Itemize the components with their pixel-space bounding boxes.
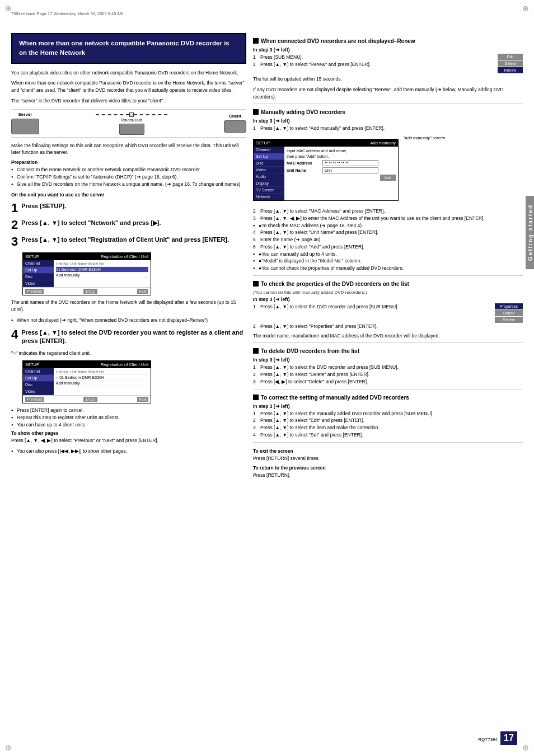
setup-title-1: SETUP [25, 254, 39, 259]
properties-content: Properties Delete Renew 1 Press [▲, ▼] t… [253, 303, 523, 323]
section-add-manually: Manually adding DVD recorders In step 3 … [253, 109, 523, 272]
unit-label: Unit Name [287, 168, 320, 172]
corr-step-4: 4 Press [▲, ▼] to select "Set" and press… [253, 431, 523, 439]
add-units-note: ●You can manually add up to 4 units. [253, 251, 523, 258]
renew-icon [253, 38, 259, 44]
sidebar-video: Video [23, 280, 54, 287]
correct-header: To correct the setting of manually added… [253, 394, 523, 401]
diagram-client: Client [224, 114, 246, 133]
step-2-block: 2 Press [▲, ▼] to select "Network" and p… [11, 219, 246, 231]
properties-icon [253, 281, 259, 287]
add-field-unit: Unit Name Unit [287, 167, 396, 173]
when-not-displayed-note: When not displayed (➜ right, "When conne… [11, 317, 246, 324]
renew-step-1-text: Press [SUB MENU]. [260, 54, 303, 61]
correct-in-step: In step 3 (➜ left) [253, 403, 523, 409]
add-mac-note: ●To check the MAC Address (➜ page 16, st… [253, 222, 523, 229]
file-info-bar: 7394en.book Page 17 Wednesday, March 30,… [11, 11, 523, 16]
router-label: Router/Hub [121, 118, 142, 123]
renew-btn: Renew [498, 67, 523, 73]
properties-in-step: In step 3 (➜ left) [253, 297, 523, 302]
dotted-line-1 [96, 114, 129, 115]
corner-mark-tl: ⊕ [3, 3, 14, 14]
show-pages-title: To show other pages [11, 430, 246, 436]
del-step-1: 1 Press [▲, ▼] to select the DVD recorde… [253, 364, 523, 371]
sidebar-channel: Channel [23, 260, 54, 267]
setup-screen-2: SETUP Registration of Client Unit Channe… [22, 360, 151, 403]
footer-prev-2: Previous [25, 397, 44, 402]
divider-4 [253, 389, 523, 389]
add-manually-title-bar: SETUP Add manually [254, 139, 398, 147]
footer-page-2: 1/1(1) [83, 397, 97, 402]
add-manually-in-step: In step 3 (➜ left) [253, 118, 523, 124]
section-renew: When connected DVD recorders are not dis… [253, 37, 523, 100]
setup-sidebar-2: Channel Set Up Disc Video [23, 368, 54, 395]
add-instruction-2: then press "Add" button. [287, 154, 396, 158]
add-step-6: 6 Press [▲, ▼] to select "Add" and press… [253, 243, 523, 251]
home-network-note: The unit names of the DVD recorders on t… [11, 299, 246, 313]
renew-title: When connected DVD recorders are not dis… [261, 37, 415, 45]
add-step-5: 5 Enter the name (➜ page 46). [253, 236, 523, 243]
preparation-title: Preparation [11, 159, 246, 165]
mac-value: ** ** ** ** ** ** [322, 160, 378, 166]
step-1-number: 1 [11, 202, 18, 214]
sidebar-2-video: Video [23, 388, 54, 395]
prop-step-2-text: Press [▲, ▼] to select "Properties" and … [260, 323, 377, 330]
circle-marker: ○ [56, 375, 58, 379]
delete-header: To delete DVD recorders from the list [253, 348, 523, 355]
corner-mark-br: ⊕ [520, 742, 531, 753]
show-pages-text: Press [▲, ▼, ◀, ▶] to select "Previous" … [11, 437, 246, 444]
add-instruction-1: Input MAC address and unit name, [287, 149, 396, 153]
make-settings-text: Make the following settings so this unit… [11, 142, 246, 157]
setup-title-bar-2: SETUP Registration of Client Unit [23, 361, 151, 368]
renew-note-1: The list will be updated within 15 secon… [253, 76, 523, 83]
step-4-text: Press [▲, ▼] to select the DVD recorder … [21, 328, 243, 344]
setup-right-title-2: Registration of Client Unit [101, 362, 148, 367]
footer-next-1: Next [137, 289, 148, 294]
corr-step-1: 1 Press [▲, ▼] to select the manually ad… [253, 410, 523, 417]
section-delete: To delete DVD recorders from the list In… [253, 348, 523, 385]
after-4-bullet-2: Repeat this step to register other units… [11, 414, 246, 421]
prop-properties-btn: Properties [495, 303, 523, 309]
setup-screen-1: SETUP Registration of Client Unit Channe… [22, 252, 151, 295]
add-s-disc: Disc [254, 160, 284, 167]
step-2-text: Press [▲, ▼] to select "Network" and pre… [21, 219, 161, 226]
renew-buttons: Edit Delete Renew [498, 54, 523, 73]
right-column: When connected DVD recorders are not dis… [253, 33, 523, 482]
diagram-middle: Router/Hub [39, 112, 224, 135]
prep-bullet-3: Give all the DVD recorders on the Home N… [11, 181, 246, 188]
return-title: To return to the previous screen [253, 465, 523, 471]
add-title: SETUP [256, 140, 270, 145]
add-step-3-text: Press [▲, ▼, ◀, ▶] to enter the MAC Addr… [260, 215, 485, 222]
setup-content-2: Unit No. Unit Name Model No. ○ 01 Bedroo… [54, 368, 151, 395]
step-1-block: 1 Press [SETUP]. [11, 202, 246, 214]
setup-subtitle-1: Unit No. Unit Name Model No. [56, 261, 148, 267]
divider-1 [253, 104, 523, 104]
add-step-2: 2 Press [▲, ▼] to select "MAC Address" a… [253, 208, 523, 215]
step-3-number: 3 [11, 236, 18, 248]
divider-2 [253, 275, 523, 276]
prop-step-1: 1 Press [▲, ▼] to select the DVD recorde… [253, 303, 491, 311]
setup-footer-1: Previous 1/1(1) Next [23, 287, 151, 295]
section-correct: To correct the setting of manually added… [253, 394, 523, 439]
page-number: 17 [500, 731, 517, 745]
corner-mark-bl: ⊕ [3, 742, 14, 753]
section-check-properties: To check the properties of the DVD recor… [253, 280, 523, 340]
unit-value: Unit [322, 167, 378, 173]
delete-title: To delete DVD recorders from the list [261, 348, 359, 355]
renew-in-step: In step 3 (➜ left) [253, 47, 523, 53]
add-s-setup: Set Up [254, 153, 284, 160]
exit-section: To exit the screen Press [RETURN] severa… [253, 448, 523, 462]
del-step-2: 2 Press [▲, ▼] to select "Delete" and pr… [253, 371, 523, 378]
diagram-server: Server [11, 112, 39, 134]
footer-prev-1: Previous [25, 289, 44, 294]
sidebar-disc: Disc [23, 274, 54, 280]
corner-mark-tr: ⊕ [520, 3, 531, 14]
exit-title: To exit the screen [253, 448, 523, 454]
setup-content-1: Unit No. Unit Name Model No. 01 Bedroom … [54, 260, 151, 287]
renew-note-2: If any DVD recorders are not displayed d… [253, 86, 523, 101]
setup-footer-2: Previous 1/1(1) Next [23, 395, 151, 403]
network-diagram: Server Router/Hub Client [11, 109, 246, 138]
rqt-number: RQT7394 [478, 737, 498, 742]
circle-note: "○" indicates the registered client unit… [11, 350, 246, 357]
add-step-6-text: Press [▲, ▼] to select "Add" and press [… [260, 243, 364, 251]
